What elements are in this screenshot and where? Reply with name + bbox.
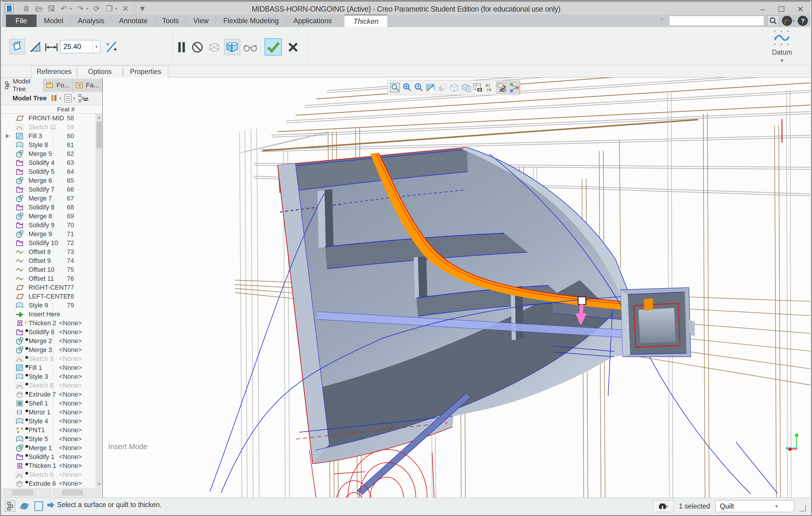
resize-grip[interactable] [800, 505, 806, 512]
panel-tab-model-tree[interactable]: Model Tree [2, 79, 44, 92]
throat-frame[interactable] [620, 287, 695, 357]
display-style-icon[interactable] [449, 82, 460, 94]
tree-row-right-cent[interactable]: RIGHT-CENT77 [2, 283, 91, 292]
web-browser-icon[interactable] [19, 500, 30, 512]
horn-model[interactable] [278, 147, 629, 464]
tree-row-left-centei[interactable]: LEFT-CENTEI78 [2, 292, 91, 301]
tree-row-extrude-6[interactable]: Extrude 6<None> [2, 479, 91, 487]
remove-material-icon[interactable] [29, 40, 43, 54]
tree-row-offset-9[interactable]: Offset 974 [2, 256, 91, 265]
tree-row-merge-3[interactable]: Merge 3<None> [2, 345, 91, 355]
tree-row-offset-8[interactable]: Offset 873 [2, 247, 91, 256]
hide-panel-icon[interactable] [33, 500, 44, 512]
tree-row-style-8[interactable]: Style 861 [2, 141, 91, 149]
tree-row-thicken-1[interactable]: Thicken 1<None> [2, 461, 91, 470]
tree-row-style-3[interactable]: Style 3<None> [2, 372, 91, 381]
tree-horizontal-scrollbar[interactable] [4, 489, 51, 496]
feat-column-header[interactable]: Feat # [57, 106, 75, 113]
refit-icon[interactable] [390, 82, 400, 94]
tab-flexible-modeling[interactable]: Flexible Modeling [216, 14, 286, 27]
zoom-in-icon[interactable] [402, 82, 412, 94]
dashboard-tab-references[interactable]: References [31, 66, 77, 78]
tab-tools[interactable]: Tools [155, 14, 186, 27]
repaint-icon[interactable] [425, 82, 436, 94]
tree-row-sketch-6[interactable]: Sketch 6<None> [2, 470, 91, 479]
wireframe-preview-icon[interactable] [207, 41, 221, 54]
maximize-button[interactable]: ☐ [777, 5, 786, 14]
tree-row-offset-10[interactable]: Offset 1075 [2, 265, 91, 274]
tree-row-merge-5[interactable]: Merge 562 [2, 149, 91, 158]
tree-row-solidify-6[interactable]: Solidify 6<None> [2, 328, 91, 337]
attached-preview-icon[interactable] [224, 39, 240, 55]
tree-row-solidify-9[interactable]: Solidify 970 [2, 221, 91, 230]
ok-button[interactable] [264, 38, 282, 56]
tree-tools-icon[interactable] [50, 94, 59, 103]
collapse-ribbon-icon[interactable]: ⌃ [659, 17, 664, 24]
tree-row-front-mid[interactable]: FRONT-MID58 [2, 114, 91, 123]
no-preview-icon[interactable] [191, 41, 204, 54]
glasses-preview-icon[interactable] [243, 42, 258, 53]
tree-row-solidify-5[interactable]: Solidify 564 [2, 167, 91, 176]
tree-row-style-9[interactable]: Style 979 [2, 301, 91, 310]
tree-row-style-5[interactable]: Style 5<None> [2, 434, 91, 444]
zoom-out-icon[interactable] [413, 82, 424, 94]
tree-row-merge-6[interactable]: Merge 665 [2, 176, 91, 185]
tab-annotate[interactable]: Annotate [112, 14, 155, 27]
pause-icon[interactable] [177, 41, 187, 54]
thicken-solid-icon[interactable] [9, 39, 25, 54]
tree-row-solidify-10[interactable]: Solidify 1072 [2, 239, 91, 247]
tree-tools-dropdown-icon[interactable]: ▾ [59, 96, 61, 101]
tree-row-style-4[interactable]: Style 4<None> [2, 417, 91, 426]
saved-views-icon[interactable] [461, 82, 471, 94]
search-button[interactable] [767, 16, 779, 26]
annotations-icon[interactable] [472, 82, 483, 94]
tab-applications[interactable]: Applications [286, 14, 339, 27]
tree-row-sketch-8[interactable]: Sketch 8<None> [2, 381, 91, 390]
tree-row-merge-8[interactable]: Merge 869 [2, 212, 91, 221]
tree-row-solidify-1[interactable]: Solidify 1<None> [2, 452, 91, 461]
tree-row-merge-7[interactable]: Merge 767 [2, 194, 91, 203]
learning-dropdown-icon[interactable]: ▾ [793, 19, 795, 23]
tree-vertical-scrollbar[interactable]: ▲ ▼ [96, 114, 102, 487]
tree-row-shell-1[interactable]: Shell 1<None> [2, 399, 91, 408]
tab-file[interactable]: File [6, 14, 37, 27]
datum-display-icon[interactable]: ✕//✕ [484, 82, 495, 94]
minimize-button[interactable]: – [758, 5, 767, 14]
tree-row-solidify-8[interactable]: Solidify 868 [2, 203, 91, 212]
shading-icon[interactable] [437, 82, 447, 94]
tree-row-merge-2[interactable]: Merge 2<None> [2, 337, 91, 345]
learning-icon[interactable]: 🎓 [782, 16, 792, 26]
feat-horizontal-scrollbar[interactable] [53, 489, 100, 496]
tree-row-merge-9[interactable]: Merge 971 [2, 230, 91, 239]
datum-dropdown-icon[interactable]: ▼ [760, 58, 804, 63]
tree-row-extrude-7[interactable]: Extrude 7<None> [2, 390, 91, 399]
thickness-value-input[interactable]: 25.40 ▾ [60, 40, 100, 53]
panel-tab-favorites[interactable]: ✳ Fa... [73, 79, 102, 92]
close-button[interactable]: ✕ [796, 5, 805, 14]
tree-row-offset-11[interactable]: Offset 1176 [2, 274, 91, 283]
cancel-button[interactable] [287, 41, 299, 53]
tree-row-thicken-2[interactable]: ✳Thicken 2<None> [2, 319, 91, 328]
tree-row-fill-3[interactable]: Fill 360 [2, 131, 91, 141]
tree-filter-icon[interactable] [64, 94, 72, 103]
tab-view[interactable]: View [186, 14, 216, 27]
tree-row-fill-1[interactable]: Fill 1<None> [2, 363, 91, 372]
tree-row-solidify-7[interactable]: Solidify 766 [2, 185, 91, 194]
tab-analysis[interactable]: Analysis [71, 14, 112, 27]
help-icon[interactable]: ? [798, 16, 808, 26]
dashboard-tab-properties[interactable]: Properties [123, 66, 168, 78]
toggle-model-tree-icon[interactable] [5, 500, 16, 512]
graphics-canvas[interactable]: ✕//✕ Insert Mode [104, 78, 810, 497]
tree-row-sketch-11[interactable]: Sketch 1159 [2, 123, 91, 131]
tree-row-merge-1[interactable]: Merge 1<None> [2, 444, 91, 452]
panel-tab-folder-browser[interactable]: Fo... [44, 79, 73, 92]
selection-filter-dropdown[interactable]: Quilt ▾ [716, 500, 794, 512]
tab-model[interactable]: Model [37, 14, 71, 27]
view-manager-icon[interactable] [496, 82, 508, 94]
tree-row-insert-here[interactable]: Insert Here [2, 310, 91, 319]
tree-hide-icon[interactable] [78, 94, 88, 103]
datum-curve-icon[interactable] [774, 30, 790, 47]
tree-row-mirror-1[interactable]: Mirror 1<None> [2, 408, 91, 417]
tree-filter-dropdown-icon[interactable]: ▾ [73, 96, 75, 101]
tree-row-solidify-4[interactable]: Solidify 463 [2, 158, 91, 167]
